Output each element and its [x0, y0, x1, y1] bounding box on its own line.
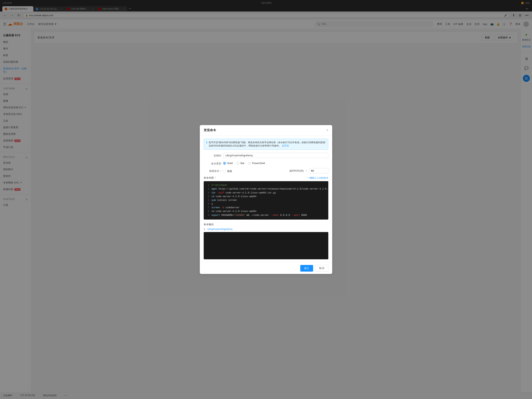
cancel-button[interactable]: 取消: [315, 265, 328, 272]
radio-powershell-circle: [248, 162, 251, 165]
output-label: 命令输出: [204, 223, 328, 226]
modal-close-button[interactable]: ×: [326, 128, 328, 132]
cmd-type-label: 命令类型: [204, 161, 221, 165]
save-cmd-control: 保留 超时时间(秒) ?: [223, 168, 328, 174]
timeout-row: 超时时间(秒) ?: [289, 168, 328, 174]
save-checkbox-text: 保留: [227, 169, 232, 173]
output-instance-row: 1. i-j6cg2nxylmukhgu0arxq: [204, 228, 328, 231]
cmd-type-row: 命令类型 Shell Bat PowerShell: [204, 161, 328, 165]
instance-id-label: 实例ID: [204, 153, 221, 157]
code-line-7: 7 screen -S codeServer: [206, 206, 326, 210]
instance-id-control: [223, 153, 328, 158]
cmd-link[interactable]: 一键输入上次的命令: [307, 176, 328, 180]
execute-button[interactable]: 执行: [300, 265, 313, 272]
modal-body: ℹ 您可开启"操作内容与结果投递"功能，将您未来的云助手运维任务（命令执行与文件…: [200, 135, 332, 262]
modal-title: 发送命令: [204, 128, 216, 132]
save-cmd-help: ?: [220, 170, 221, 172]
cmd-content-label: 命令内容: [204, 176, 214, 180]
modal-footer: 执行 取消: [200, 262, 332, 274]
code-line-1: 1 #!/bin/bash: [206, 184, 326, 187]
info-text: 您可开启"操作内容与结果投递"功能，将您未来的云助手运维任务（命令执行与文件发送…: [209, 141, 325, 147]
instance-id-row: 实例ID: [204, 153, 328, 158]
code-editor[interactable]: 1 #!/bin/bash 2 wget https://github.com/…: [204, 181, 328, 219]
timeout-label: 超时时间(秒): [289, 169, 304, 173]
radio-shell-label: Shell: [227, 162, 233, 165]
cmd-type-control: Shell Bat PowerShell: [223, 161, 328, 165]
info-banner: ℹ 您可开启"操作内容与结果投递"功能，将您未来的云助手运维任务（命令执行与文件…: [204, 139, 328, 150]
output-terminal: [204, 232, 328, 259]
code-section-label: 命令内容 ? 一键输入上次的命令: [204, 176, 328, 180]
radio-powershell[interactable]: PowerShell: [248, 162, 265, 165]
code-line-9: 9 export PASSWORD="123456" && ./code-ser…: [206, 213, 326, 217]
radio-bat-circle: [237, 162, 239, 165]
code-line-2: 2 wget https://github.com/cdr/code-serve…: [206, 187, 326, 191]
output-section: 命令输出 1. i-j6cg2nxylmukhgu0arxq: [204, 223, 328, 259]
output-instance-link[interactable]: i-j6cg2nxylmukhgu0arxq: [207, 228, 232, 231]
radio-bat-label: Bat: [241, 162, 244, 165]
info-link[interactable]: 去开启: [282, 144, 289, 147]
save-cmd-label: 保留命令 ?: [204, 168, 221, 173]
code-line-4: 4 cd code-server-4.2.0-linux-amd64: [206, 195, 326, 199]
code-line-8: 8 cd code-server-4.2.0-linux-amd64: [206, 210, 326, 213]
timeout-help-icon: ?: [306, 170, 307, 172]
code-line-5: 5 yum install screen: [206, 199, 326, 202]
info-banner-text: 您可开启"操作内容与结果投递"功能，将您未来的云助手运维任务（命令执行与文件发送…: [209, 141, 326, 148]
output-label-text: 命令输出: [204, 223, 214, 226]
radio-bat[interactable]: Bat: [237, 162, 244, 165]
modal-overlay: 发送命令 × ℹ 您可开启"操作内容与结果投递"功能，将您未来的云助手运维任务（…: [0, 0, 532, 399]
code-line-3: 3 tar -xvzf code-server-4.2.0-linux-amd6…: [206, 191, 326, 195]
modal-header: 发送命令 ×: [200, 125, 332, 135]
info-banner-icon: ℹ: [206, 141, 207, 144]
radio-powershell-label: PowerShell: [252, 162, 265, 165]
timeout-input[interactable]: [309, 168, 328, 174]
radio-shell-circle: [223, 162, 226, 165]
instance-id-input[interactable]: [223, 153, 328, 158]
save-cmd-label-text: 保留命令: [209, 169, 219, 172]
cmd-type-radio-group: Shell Bat PowerShell: [223, 161, 328, 165]
cmd-content-section: 命令内容 ? 一键输入上次的命令 1 #!/bin/bash 2 wget ht…: [204, 176, 328, 219]
send-command-modal: 发送命令 × ℹ 您可开启"操作内容与结果投递"功能，将您未来的云助手运维任务（…: [200, 125, 332, 274]
code-line-6: 6 y: [206, 202, 326, 206]
cmd-content-help: ?: [215, 177, 216, 179]
save-timeout-row: 保留命令 ? 保留 超时时间(秒) ?: [204, 168, 328, 174]
output-instance-num: 1.: [204, 228, 206, 231]
save-checkbox-label[interactable]: 保留: [223, 168, 232, 173]
info-banner-close[interactable]: ×: [325, 141, 326, 144]
save-checkbox[interactable]: [223, 170, 226, 173]
radio-shell[interactable]: Shell: [223, 162, 233, 165]
code-section-title: 命令内容 ?: [204, 176, 216, 180]
